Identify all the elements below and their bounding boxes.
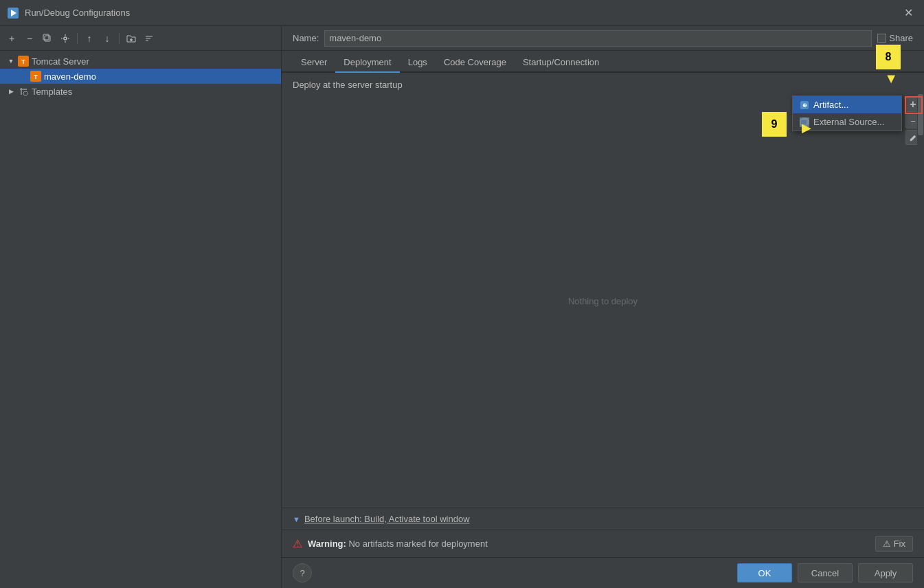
share-area: Share (877, 33, 913, 43)
sidebar-item-tomcat-server[interactable]: T Tomcat Server (0, 54, 281, 69)
maven-demo-icon: T (30, 71, 41, 82)
dropdown-item-external-source[interactable]: External Source... (793, 113, 901, 131)
create-folder-button[interactable] (124, 31, 139, 46)
sidebar-item-maven-demo[interactable]: T maven-demo (0, 69, 281, 84)
copy-config-button[interactable] (40, 31, 55, 46)
add-config-button[interactable]: + (4, 31, 19, 46)
artifact-label: Artifact... (813, 100, 848, 110)
sort-button[interactable] (142, 31, 157, 46)
bottom-right-buttons: OK Cancel Apply (737, 563, 913, 583)
share-label: Share (889, 33, 913, 43)
deployment-tab-content: Deploy at the server startup Nothing to … (282, 73, 924, 557)
svg-rect-3 (43, 34, 49, 40)
external-source-label: External Source... (813, 117, 884, 127)
bottom-bar: ? OK Cancel Apply (282, 557, 924, 588)
move-down-button[interactable]: ↓ (100, 31, 115, 46)
name-label: Name: (293, 33, 319, 43)
warning-icon: ⚠ (293, 537, 302, 550)
cancel-button[interactable]: Cancel (798, 563, 853, 583)
sidebar-tree: T Tomcat Server T maven-demo (0, 51, 281, 588)
remove-config-button[interactable]: − (22, 31, 37, 46)
external-source-icon (800, 117, 809, 127)
warning-bar: ⚠ Warning: No artifacts marked for deplo… (282, 530, 924, 557)
sidebar-item-templates[interactable]: Templates (0, 84, 281, 99)
dropdown-popup: ⊕ Artifact... External Source... (792, 95, 902, 131)
maven-demo-label: maven-demo (44, 71, 96, 82)
close-button[interactable]: ✕ (900, 5, 917, 21)
content-panel: Name: Share Server Deployment Logs Code … (282, 26, 924, 588)
share-checkbox[interactable] (877, 34, 886, 43)
svg-text:T: T (21, 58, 25, 65)
tab-startup-connection[interactable]: Startup/Connection (515, 53, 607, 73)
templates-expand-arrow (5, 86, 16, 97)
name-row: Name: Share (282, 26, 924, 51)
svg-rect-2 (45, 36, 50, 41)
warning-text: Warning: No artifacts marked for deploym… (308, 539, 870, 549)
sidebar: + − ↑ ↓ (0, 26, 282, 588)
callout-8: 8 (876, 45, 901, 69)
before-launch-section: ▼ Before launch: Build, Activate tool wi… (282, 508, 924, 530)
tab-server[interactable]: Server (293, 53, 335, 73)
svg-text:⊕: ⊕ (802, 102, 807, 109)
tab-code-coverage[interactable]: Code Coverage (436, 53, 515, 73)
svg-text:T: T (34, 74, 38, 80)
tomcat-server-label: Tomcat Server (32, 56, 89, 67)
tab-deployment[interactable]: Deployment (335, 53, 399, 73)
tab-logs[interactable]: Logs (400, 53, 436, 73)
titlebar: Run/Debug Configurations ✕ (0, 0, 924, 26)
templates-icon (18, 86, 29, 97)
ok-button[interactable]: OK (737, 563, 792, 583)
callout-9: 9 (762, 112, 787, 137)
before-launch-label[interactable]: Before launch: Build, Activate tool wind… (304, 514, 470, 524)
window-title: Run/Debug Configurations (25, 8, 900, 18)
deploy-at-startup-label: Deploy at the server startup (282, 73, 924, 94)
scrollbar-track[interactable] (917, 94, 924, 508)
help-button[interactable]: ? (293, 563, 312, 583)
sidebar-toolbar: + − ↑ ↓ (0, 26, 281, 51)
tabs-bar: Server Deployment Logs Code Coverage Sta… (282, 51, 924, 73)
templates-label: Templates (32, 87, 72, 97)
apply-button[interactable]: Apply (858, 563, 913, 583)
tomcat-icon: T (18, 56, 29, 67)
toolbar-separator-2 (119, 33, 120, 44)
move-up-button[interactable]: ↑ (82, 31, 97, 46)
main-container: + − ↑ ↓ (0, 26, 924, 588)
settings-button[interactable] (58, 31, 73, 46)
scrollbar-thumb (918, 94, 923, 135)
before-launch-arrow: ▼ (293, 515, 300, 523)
dropdown-item-artifact[interactable]: ⊕ Artifact... (793, 96, 901, 113)
toolbar-separator (77, 33, 78, 44)
nothing-to-deploy-text: Nothing to deploy (568, 296, 638, 306)
svg-rect-17 (800, 120, 807, 125)
name-input[interactable] (324, 30, 872, 47)
fix-button[interactable]: ⚠ Fix (875, 536, 913, 552)
svg-point-4 (64, 37, 67, 40)
fix-icon: ⚠ (883, 539, 891, 549)
deploy-area: Nothing to deploy (282, 94, 924, 508)
tomcat-expand-arrow (5, 56, 16, 67)
svg-point-14 (23, 91, 27, 95)
app-icon (7, 7, 19, 19)
artifact-icon: ⊕ (800, 100, 809, 110)
